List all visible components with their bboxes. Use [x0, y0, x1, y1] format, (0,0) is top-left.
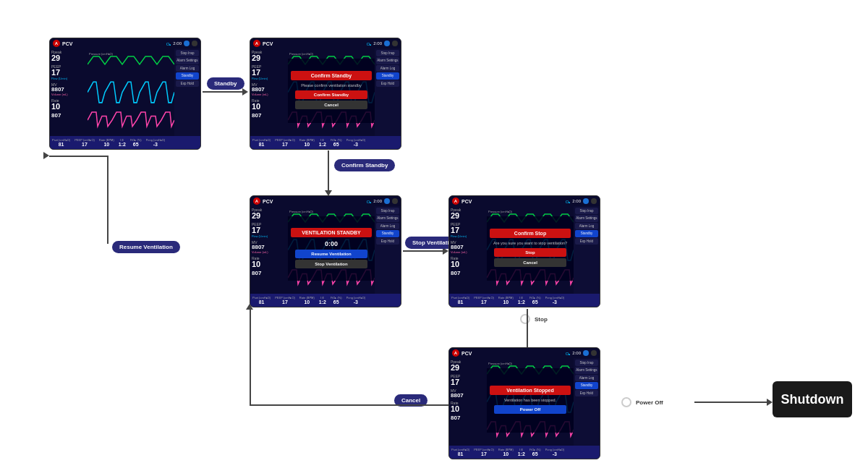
screen-4: A PCV O₂ 2:00 Ppeak29 PEEP17Flow (L/min)… — [448, 195, 600, 307]
stopped-modal: Ventilation Stopped Ventilation has been… — [487, 368, 574, 433]
resume-ventilation-label: Resume Ventilation — [112, 241, 180, 253]
cancel-arrow-head — [246, 304, 253, 310]
svg-text:Pressure (cmH₂O): Pressure (cmH₂O) — [89, 52, 113, 56]
stop-confirm-btn[interactable]: Stop — [494, 248, 567, 257]
confirm-standby-btn[interactable]: Confirm Standby — [295, 90, 368, 99]
header-btn-1[interactable] — [184, 41, 190, 46]
power-off-toggle-icon[interactable] — [621, 397, 631, 407]
svg-text:Pressure (cmH₂O): Pressure (cmH₂O) — [289, 52, 313, 56]
confirm-stop-modal: Confirm Stop Are you sure you want to st… — [487, 216, 574, 281]
cancel-btn-2[interactable]: Cancel — [494, 258, 567, 267]
arrow-2-down — [325, 150, 332, 196]
header-btn-2[interactable] — [192, 41, 197, 46]
cancel-btn-1[interactable]: Cancel — [295, 101, 368, 109]
sidebar-1: Stop Insp Alarm Settings Alarm Log Stand… — [174, 48, 200, 136]
standby-countdown: 0:00 — [325, 240, 338, 247]
screen-5: A PCV O₂ 2:00 Ppeak29 PEEP17 MV8807 Rate… — [448, 347, 600, 459]
confirm-standby-text: Please confirm ventilation standby — [301, 83, 361, 88]
screen-3: A PCV O₂ 2:00 Ppeak29 PEEP17Flow (L/min)… — [250, 195, 401, 307]
params-panel-1: Ppeak 29 PEEP 17 Flow (L/min) MV 8807 Vo… — [50, 48, 88, 136]
stop-ventilation-modal-btn[interactable]: Stop Ventilation — [295, 260, 368, 268]
shutdown-label: Shutdown — [781, 392, 844, 407]
stop-insp-btn-1[interactable]: Stop Insp — [176, 50, 199, 56]
power-off-toggle-label[interactable]: Power Off — [611, 394, 673, 410]
confirm-standby-flow-label: Confirm Standby — [334, 159, 395, 171]
return-arrow-vertical — [107, 156, 109, 244]
standby-modal: VENTILATION STANDBY 0:00 Resume Ventilat… — [288, 216, 375, 281]
screen-1: A PCV O₂ 2:00 Ppeak 29 PEEP 17 Flow (L/m… — [49, 38, 201, 150]
stopped-modal-text: Ventilation has been stopped. — [504, 398, 556, 402]
return-arrow-horizontal — [49, 156, 109, 157]
exp-hold-btn-1[interactable]: Exp Hold — [176, 80, 199, 87]
svg-text:Pressure (cmH₂O): Pressure (cmH₂O) — [289, 210, 313, 213]
svg-text:Pressure (cmH₂O): Pressure (cmH₂O) — [488, 210, 512, 213]
power-off-modal-btn[interactable]: Power Off — [494, 405, 567, 414]
return-arrow-head — [43, 152, 49, 159]
o2-label-1: O₂ — [166, 41, 171, 46]
header-btn-3[interactable] — [384, 41, 390, 46]
chart-1: Pressure (cmH₂O) — [88, 48, 174, 136]
screen-2: A PCV O₂ 2:00 Ppeak29 PEEP17Flow (L/min)… — [250, 38, 401, 150]
resume-ventilation-modal-btn[interactable]: Resume Ventilation — [295, 250, 368, 258]
mode-label-1: PCV — [62, 41, 72, 46]
standby-modal-title: VENTILATION STANDBY — [291, 228, 372, 237]
arrow-poweroff-to-shutdown — [694, 399, 773, 406]
time-label-1: 2:00 — [173, 41, 182, 46]
header-btn-4[interactable] — [392, 41, 398, 46]
svg-text:Pressure (cmH₂O): Pressure (cmH₂O) — [488, 362, 512, 365]
confirm-standby-modal: Confirm Standby Please confirm ventilati… — [288, 59, 375, 123]
cancel-arrow-h — [250, 404, 448, 406]
confirm-standby-title: Confirm Standby — [291, 71, 372, 80]
standby-btn-1[interactable]: Standby — [176, 72, 199, 79]
standby-label: Standby — [207, 77, 244, 90]
confirm-stop-text: Are you sure you want to stop ventilatio… — [493, 241, 567, 245]
alarm-log-btn-1[interactable]: Alarm Log — [176, 65, 199, 72]
cancel-arrow-v — [250, 307, 251, 405]
alarm-settings-btn-1[interactable]: Alarm Settings — [176, 57, 199, 64]
stopped-modal-title: Ventilation Stopped — [490, 386, 571, 395]
confirm-stop-title: Confirm Stop — [490, 229, 571, 238]
stop-toggle-label[interactable]: Stop — [510, 311, 558, 327]
shutdown-box[interactable]: Shutdown — [773, 381, 852, 417]
footer-1: Pset (cmH₂O)81 PEEP (cmH₂O)17 Rate (BPM)… — [50, 136, 200, 149]
